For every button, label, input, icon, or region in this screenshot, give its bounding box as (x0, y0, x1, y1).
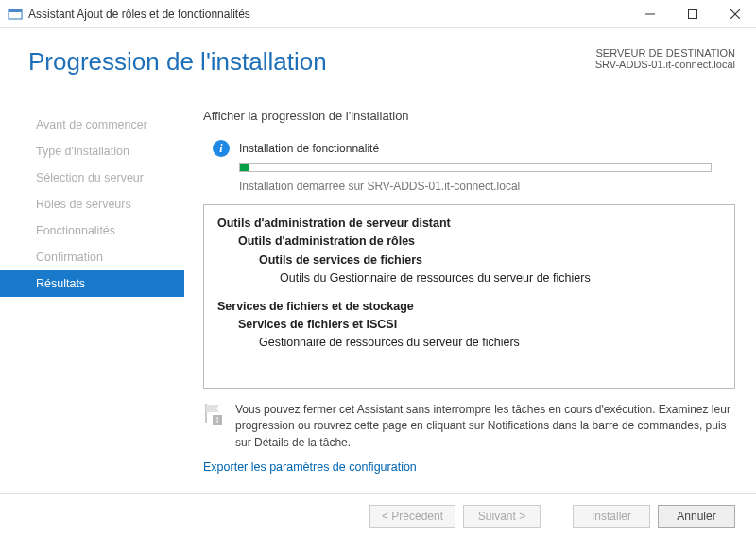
svg-text:1: 1 (215, 415, 220, 425)
close-wizard-note: Vous pouvez fermer cet Assistant sans in… (235, 402, 735, 451)
wizard-footer: < Précédent Suivant > Installer Annuler (0, 493, 756, 538)
next-button: Suivant > (463, 505, 541, 528)
detail-group2-sub2: Gestionnaire de ressources du serveur de… (217, 334, 721, 352)
main-panel: Afficher la progression de l'installatio… (184, 109, 756, 491)
installation-details: Outils d'administration de serveur dista… (203, 204, 735, 389)
cancel-button[interactable]: Annuler (658, 505, 735, 528)
progress-bar (239, 163, 712, 172)
progress-subtitle: Afficher la progression de l'installatio… (203, 109, 735, 123)
status-subtext: Installation démarrée sur SRV-ADDS-01.it… (239, 180, 735, 193)
sidebar-item-before-begin: Avant de commencer (0, 112, 184, 138)
detail-group1-sub1: Outils d'administration de rôles (217, 233, 721, 251)
sidebar-item-install-type: Type d'installation (0, 138, 184, 165)
close-button[interactable] (713, 0, 756, 28)
detail-group1-sub3: Outils du Gestionnaire de ressources du … (217, 269, 721, 287)
svg-rect-3 (688, 9, 696, 18)
maximize-button[interactable] (671, 0, 713, 28)
detail-group2-sub1: Services de fichiers et iSCSI (217, 316, 721, 334)
wizard-sidebar: Avant de commencer Type d'installation S… (0, 109, 184, 491)
destination-info: SERVEUR DE DESTINATION SRV-ADDS-01.it-co… (595, 47, 735, 70)
export-config-link[interactable]: Exporter les paramètres de configuration (203, 460, 417, 474)
detail-group2-title: Services de fichiers et de stockage (217, 298, 721, 316)
destination-label: SERVEUR DE DESTINATION (595, 47, 735, 59)
status-label: Installation de fonctionnalité (239, 142, 379, 155)
previous-button: < Précédent (369, 505, 455, 528)
titlebar: Assistant Ajout de rôles et de fonctionn… (0, 0, 756, 28)
sidebar-item-server-roles: Rôles de serveurs (0, 191, 184, 217)
flag-icon: 1 (203, 402, 224, 425)
destination-value: SRV-ADDS-01.it-connect.local (595, 59, 735, 70)
sidebar-item-features: Fonctionnalités (0, 217, 184, 244)
detail-group1-title: Outils d'administration de serveur dista… (217, 215, 721, 233)
sidebar-item-confirmation: Confirmation (0, 244, 184, 270)
install-button: Installer (573, 505, 650, 528)
detail-group1-sub2: Outils de services de fichiers (217, 252, 721, 269)
page-title: Progression de l'installation (28, 47, 327, 77)
sidebar-item-results[interactable]: Résultats (0, 270, 184, 297)
svg-rect-1 (9, 9, 22, 12)
window-controls (628, 0, 756, 28)
info-icon: i (213, 140, 230, 157)
window-title: Assistant Ajout de rôles et de fonctionn… (28, 8, 628, 21)
sidebar-item-server-selection: Sélection du serveur (0, 165, 184, 191)
app-icon (8, 7, 23, 22)
minimize-button[interactable] (628, 0, 671, 28)
